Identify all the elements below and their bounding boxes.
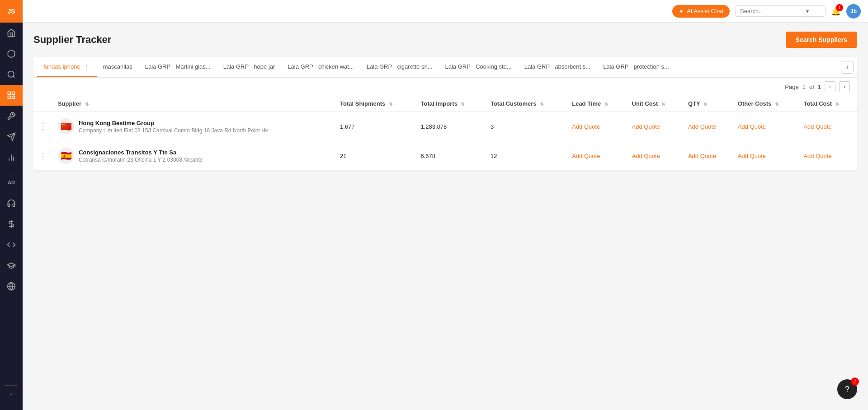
notification-button[interactable]: 🔔 1 bbox=[831, 6, 841, 16]
svg-rect-3 bbox=[12, 92, 15, 95]
sidebar: JS AD › bbox=[0, 0, 23, 410]
row-1-supplier-info: Hong Kong Bestime Group Company Lim ited… bbox=[79, 120, 268, 134]
page-title: Supplier Tracker bbox=[33, 34, 111, 46]
tab-lala-martini[interactable]: Lala GRP - Martini glas... bbox=[139, 58, 217, 76]
page-prev-button[interactable]: ‹ bbox=[825, 81, 835, 92]
page-header: Supplier Tracker Search Suppliers bbox=[33, 32, 857, 48]
col-supplier-header[interactable]: Supplier ⇅ bbox=[52, 96, 335, 112]
sidebar-expand-btn[interactable]: › bbox=[7, 387, 16, 401]
row-1-dots[interactable]: ⋮ bbox=[33, 112, 52, 141]
sidebar-item-search[interactable] bbox=[0, 64, 23, 85]
page-next-button[interactable]: › bbox=[839, 81, 850, 92]
tab-mascarillas[interactable]: mascarillas bbox=[97, 58, 139, 76]
row-1-lead-time[interactable]: Add Quote bbox=[566, 112, 626, 141]
col-qty-header[interactable]: QTY ⇅ bbox=[683, 96, 732, 112]
col-other-costs-header[interactable]: Other Costs ⇅ bbox=[732, 96, 798, 112]
row-2-flag: 🇪🇸 bbox=[58, 148, 74, 164]
col-total-customers-label: Total Customers bbox=[491, 100, 537, 107]
sidebar-item-ad[interactable]: AD bbox=[0, 172, 23, 193]
col-lead-time-header[interactable]: Lead Time ⇅ bbox=[566, 96, 626, 112]
row-1-supplier-name: Hong Kong Bestime Group bbox=[79, 120, 268, 126]
row-1-total-cost[interactable]: Add Quote bbox=[798, 112, 857, 141]
sidebar-item-dollar[interactable] bbox=[0, 214, 23, 234]
suppliers-table-wrap: Supplier ⇅ Total Shipments ⇅ Total Impor… bbox=[33, 96, 857, 171]
sidebar-item-dashboard[interactable] bbox=[0, 85, 23, 106]
col-lead-time-label: Lead Time bbox=[572, 100, 601, 107]
table-header-row: Supplier ⇅ Total Shipments ⇅ Total Impor… bbox=[33, 96, 857, 112]
row-1-supplier: 🇨🇳 Hong Kong Bestime Group Company Lim i… bbox=[52, 112, 335, 141]
row-2-supplier: 🇪🇸 Consignaciones Transitos Y Tte Sa Cot… bbox=[52, 141, 335, 171]
row-2-dots[interactable]: ⋮ bbox=[33, 141, 52, 171]
svg-point-0 bbox=[8, 71, 14, 77]
sidebar-item-tools[interactable] bbox=[0, 106, 23, 126]
col-unit-cost-header[interactable]: Unit Cost ⇅ bbox=[627, 96, 683, 112]
help-fab-button[interactable]: ? 7 bbox=[837, 379, 857, 399]
sidebar-bottom: › bbox=[0, 383, 23, 401]
table-controls: Page 1 of 1 ‹ › bbox=[33, 78, 857, 96]
tab-label: Lala GRP - cigarette sn... bbox=[367, 63, 433, 70]
col-empty bbox=[33, 96, 52, 112]
row-2-total-customers: 12 bbox=[485, 141, 566, 171]
col-supplier-label: Supplier bbox=[58, 100, 81, 107]
sidebar-item-bullhorn[interactable] bbox=[0, 126, 23, 147]
page-label: Page bbox=[785, 84, 798, 90]
row-2-total-shipments: 21 bbox=[335, 141, 415, 171]
col-unit-cost-label: Unit Cost bbox=[632, 100, 658, 107]
row-2-lead-time[interactable]: Add Quote bbox=[566, 141, 626, 171]
col-total-imports-header[interactable]: Total Imports ⇅ bbox=[415, 96, 485, 112]
col-imports-sort-icon: ⇅ bbox=[461, 102, 464, 107]
sidebar-item-graduation[interactable] bbox=[0, 255, 23, 276]
add-tab-button[interactable]: + bbox=[841, 61, 854, 74]
tab-fundas-iphone[interactable]: fundas iphone ⋮ bbox=[37, 57, 97, 77]
col-lead-sort-icon: ⇅ bbox=[604, 102, 608, 107]
tab-lala-cooking[interactable]: Lala GRP - Cooking sto... bbox=[439, 58, 518, 76]
svg-rect-5 bbox=[12, 96, 15, 99]
row-1-supplier-address: Company Lim ited Flat 03 15/f Carnival C… bbox=[79, 127, 268, 134]
col-total-cost-label: Total Cost bbox=[803, 100, 832, 107]
col-total-cost-header[interactable]: Total Cost ⇅ bbox=[798, 96, 857, 112]
sidebar-logo[interactable]: JS bbox=[0, 0, 23, 23]
row-1-flag: 🇨🇳 bbox=[58, 118, 74, 135]
tab-lala-chicken[interactable]: Lala GRP - chicken wat... bbox=[281, 58, 360, 76]
topbar: ✦ AI Assist Chat ▾ 🔔 1 Jb bbox=[23, 0, 868, 23]
search-input[interactable] bbox=[740, 8, 803, 14]
tab-label: mascarillas bbox=[103, 63, 132, 70]
sidebar-item-code[interactable] bbox=[0, 234, 23, 255]
topbar-search-box[interactable]: ▾ bbox=[735, 5, 826, 17]
tab-lala-hope[interactable]: Lala GRP - hope jar bbox=[217, 58, 282, 76]
ai-assist-button[interactable]: ✦ AI Assist Chat bbox=[672, 5, 730, 18]
page-total: 1 bbox=[818, 84, 821, 90]
col-total-customers-header[interactable]: Total Customers ⇅ bbox=[485, 96, 566, 112]
col-qty-label: QTY bbox=[688, 100, 700, 107]
row-2-total-imports: 6,678 bbox=[415, 141, 485, 171]
row-1-qty[interactable]: Add Quote bbox=[683, 112, 732, 141]
row-2-total-cost[interactable]: Add Quote bbox=[798, 141, 857, 171]
sidebar-item-headset[interactable] bbox=[0, 193, 23, 214]
tab-label: Lala GRP - hope jar bbox=[223, 63, 275, 70]
sidebar-item-barchart[interactable] bbox=[0, 147, 23, 168]
search-chevron-icon[interactable]: ▾ bbox=[806, 8, 809, 14]
row-2-unit-cost[interactable]: Add Quote bbox=[627, 141, 683, 171]
search-suppliers-button[interactable]: Search Suppliers bbox=[786, 32, 857, 48]
tab-options-icon[interactable]: ⋮ bbox=[83, 62, 90, 71]
col-total-sort-icon: ⇅ bbox=[835, 102, 839, 107]
col-total-shipments-label: Total Shipments bbox=[340, 100, 385, 107]
sidebar-item-globe[interactable] bbox=[0, 276, 23, 297]
row-2-qty[interactable]: Add Quote bbox=[683, 141, 732, 171]
tab-lala-absorbent[interactable]: Lala GRP - absorbent s... bbox=[518, 58, 597, 76]
tab-lala-cigarette[interactable]: Lala GRP - cigarette sn... bbox=[360, 58, 439, 76]
col-total-shipments-header[interactable]: Total Shipments ⇅ bbox=[335, 96, 415, 112]
tab-label: Lala GRP - Cooking sto... bbox=[445, 63, 512, 70]
col-other-sort-icon: ⇅ bbox=[775, 102, 778, 107]
col-total-imports-label: Total Imports bbox=[420, 100, 457, 107]
user-avatar[interactable]: Jb bbox=[846, 4, 861, 19]
sidebar-item-package[interactable] bbox=[0, 43, 23, 64]
svg-rect-4 bbox=[8, 96, 11, 99]
content-area: Supplier Tracker Search Suppliers fundas… bbox=[23, 23, 868, 410]
sidebar-item-home[interactable] bbox=[0, 23, 23, 43]
page-current: 1 bbox=[802, 84, 806, 90]
tab-lala-protection[interactable]: Lala GRP - protection s... bbox=[597, 58, 675, 76]
row-2-other-costs[interactable]: Add Quote bbox=[732, 141, 798, 171]
row-1-other-costs[interactable]: Add Quote bbox=[732, 112, 798, 141]
row-1-unit-cost[interactable]: Add Quote bbox=[627, 112, 683, 141]
